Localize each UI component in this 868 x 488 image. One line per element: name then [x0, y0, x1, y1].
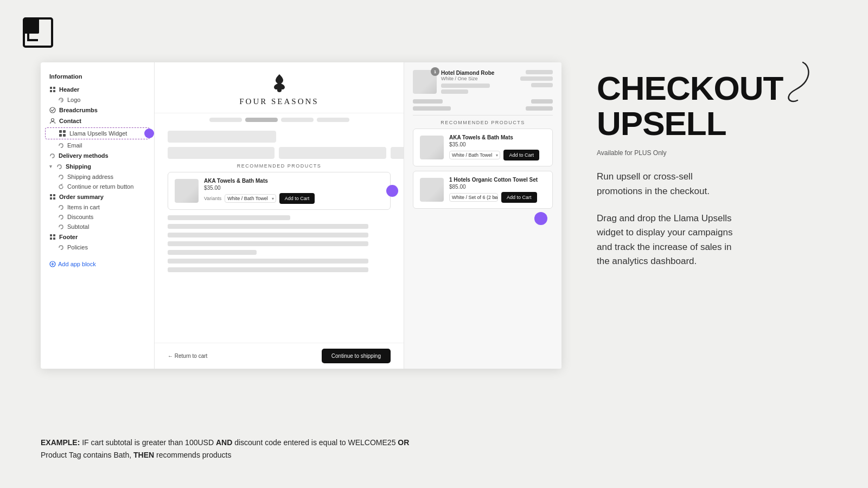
- checkout-preview: Information Header Logo Breadcrumbs Cont…: [41, 62, 561, 369]
- contact-label: Contact: [59, 118, 81, 124]
- purple-dot-middle: [386, 185, 398, 197]
- svg-rect-19: [53, 237, 55, 240]
- form-row-2: [168, 147, 391, 159]
- headline-line2: UPSELL: [597, 106, 835, 141]
- upsell-card-wrapper: AKA Towels & Bath Mats $35.00 Variants W…: [168, 172, 391, 210]
- sidebar-item-policies[interactable]: Policies: [41, 242, 154, 252]
- shipping-address-label: Shipping address: [67, 174, 113, 180]
- chevron-down-icon-3: ▾: [494, 195, 496, 200]
- total-skel-r1: [531, 99, 553, 104]
- example-section: EXAMPLE: IF cart subtotal is greater tha…: [41, 436, 420, 461]
- variant-select-1[interactable]: White / Bath Towel ▾: [225, 194, 276, 203]
- order-item-variant: White / One Size: [441, 76, 516, 81]
- order-summary-label: Order summary: [59, 194, 104, 200]
- variant-row-1: Variants White / Bath Towel ▾ Add to Car…: [204, 193, 384, 204]
- order-upsell-price-1: $35.00: [449, 142, 546, 147]
- continue-to-shipping-btn[interactable]: Continue to shipping: [322, 349, 391, 363]
- order-upsell-card-1: AKA Towels & Bath Mats $35.00 White / Ba…: [413, 129, 553, 166]
- price-right-1: [526, 70, 553, 74]
- price-line-1: [441, 84, 490, 88]
- link-icon-items: [58, 204, 64, 210]
- total-row-2: [413, 106, 553, 111]
- order-add-to-cart-1[interactable]: Add to Cart: [503, 150, 539, 160]
- svg-rect-10: [59, 134, 62, 137]
- return-to-cart-link[interactable]: ← Return to cart: [168, 353, 207, 359]
- sidebar-item-logo[interactable]: Logo: [41, 95, 154, 105]
- check-circle-icon: [49, 107, 56, 113]
- product-thumbnail-1: [175, 179, 199, 203]
- grid-icon: [49, 86, 56, 93]
- product-price-1: $35.00: [204, 185, 384, 191]
- sidebar-section-header[interactable]: Header: [41, 84, 154, 95]
- logo-label: Logo: [67, 97, 80, 103]
- totals-skeleton: [413, 99, 553, 111]
- sidebar-section-order[interactable]: Order summary: [41, 191, 154, 202]
- sidebar-dot-indicator: [144, 129, 154, 138]
- sidebar-item-discounts[interactable]: Discounts: [41, 212, 154, 222]
- add-to-cart-btn-1[interactable]: Add to Cart: [279, 193, 315, 204]
- footer-label: Footer: [59, 234, 78, 240]
- order-upsell-variant-row-1: White / Bath Towel ▾ Add to Cart: [449, 150, 546, 160]
- sidebar-item-items-in-cart[interactable]: Items in cart: [41, 202, 154, 212]
- chevron-icon: ▾: [49, 164, 52, 169]
- sidebar-item-subtotal[interactable]: Subtotal: [41, 222, 154, 232]
- link-icon-policies: [58, 245, 64, 251]
- product-info-1: AKA Towels & Bath Mats $35.00 Variants W…: [204, 178, 384, 204]
- sidebar: Information Header Logo Breadcrumbs Cont…: [41, 62, 155, 369]
- user-icon: [49, 118, 56, 124]
- app-logo: [22, 16, 54, 51]
- svg-rect-11: [63, 134, 66, 137]
- order-upsell-price-2: $85.00: [449, 184, 546, 190]
- svg-rect-9: [63, 130, 66, 133]
- order-item-row: 1 Hotel Diamond Robe White / One Size: [413, 70, 553, 94]
- checkout-header: Four Seasons: [155, 62, 404, 113]
- skel-6: [168, 259, 368, 264]
- header-label: Header: [59, 86, 79, 93]
- sidebar-section-breadcrumbs[interactable]: Breadcrumbs: [41, 105, 154, 115]
- grid-icon-order: [49, 194, 56, 200]
- svg-rect-18: [50, 237, 52, 240]
- sidebar-item-email[interactable]: Email: [41, 140, 154, 150]
- email-label: Email: [67, 142, 82, 149]
- continue-return-label: Continue or return button: [67, 183, 133, 190]
- total-skel-l2: [413, 106, 451, 111]
- svg-rect-17: [53, 234, 55, 236]
- sidebar-item-llama-widget[interactable]: Llama Upsells Widget: [45, 127, 150, 139]
- shipping-label: Shipping: [66, 163, 91, 170]
- order-item-thumb: 1: [413, 70, 437, 94]
- skel-1: [168, 215, 290, 220]
- sidebar-section-delivery[interactable]: Delivery methods: [41, 150, 154, 161]
- skel-7: [168, 267, 368, 272]
- sidebar-section-footer[interactable]: Footer: [41, 232, 154, 242]
- sidebar-section-contact[interactable]: Contact: [41, 115, 154, 126]
- nav-pill-payment: [317, 118, 349, 122]
- form-rows-below: [168, 215, 391, 272]
- svg-rect-2: [50, 87, 52, 89]
- svg-rect-15: [53, 197, 55, 200]
- order-summary-section: 1 Hotel Diamond Robe White / One Size: [404, 62, 561, 369]
- sidebar-section-shipping[interactable]: ▾ Shipping: [41, 161, 154, 172]
- form-area: RECOMMENDED PRODUCTS AKA Towels & Bath M…: [155, 124, 404, 343]
- sidebar-item-continue-return[interactable]: Continue or return button: [41, 182, 154, 191]
- svg-rect-8: [59, 130, 62, 133]
- discounts-label: Discounts: [67, 214, 93, 220]
- price-right-3: [531, 83, 553, 87]
- sidebar-item-shipping-address[interactable]: Shipping address: [41, 172, 154, 182]
- form-field-placeholder: [168, 131, 276, 143]
- decorative-curl: [776, 60, 814, 103]
- order-upsell-card-2-wrapper: 1 Hotels Organic Cotton Towel Set $85.00…: [413, 171, 553, 209]
- upsell-product-card-1: AKA Towels & Bath Mats $35.00 Variants W…: [168, 172, 391, 210]
- skel-5: [168, 250, 257, 255]
- svg-rect-5: [53, 90, 55, 92]
- copy-body-2: Drag and drop the Llama Upsellswidget to…: [597, 211, 835, 268]
- order-item-name: Hotel Diamond Robe: [441, 70, 516, 76]
- order-badge: 1: [431, 67, 439, 76]
- add-app-block-button[interactable]: Add app block: [41, 256, 154, 272]
- order-variant-select-1[interactable]: White / Bath Towel ▾: [449, 151, 500, 159]
- copy-section: CHECKOUT UPSELL Available for PLUS Only …: [597, 70, 835, 268]
- svg-point-6: [50, 107, 55, 113]
- order-add-to-cart-2[interactable]: Add to Cart: [501, 192, 537, 203]
- order-variant-select-2[interactable]: White / Set of 6 (2 bat... ▾: [449, 193, 498, 202]
- order-variant-value-2: White / Set of 6 (2 bat...: [452, 195, 498, 200]
- total-skel-r2: [526, 106, 553, 111]
